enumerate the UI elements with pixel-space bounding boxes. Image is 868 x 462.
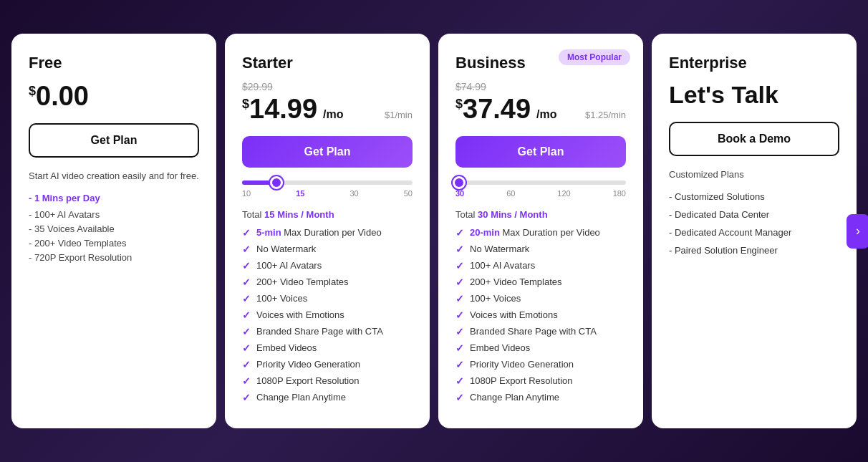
check-icon: ✓ bbox=[242, 342, 251, 354]
book-demo-button[interactable]: Book a Demo bbox=[669, 122, 839, 156]
list-item: ✓5-min Max Duration per Video bbox=[242, 227, 413, 239]
check-icon: ✓ bbox=[455, 326, 464, 337]
slider-label-active: 30 bbox=[455, 189, 464, 198]
price-row-business: $37.49 /mo $1.25/min bbox=[455, 94, 626, 125]
slider-label-active: 15 bbox=[296, 189, 304, 198]
list-item: ✓20-min Max Duration per Video bbox=[455, 227, 626, 239]
check-icon: ✓ bbox=[242, 260, 251, 271]
check-icon: ✓ bbox=[455, 359, 464, 370]
check-icon: ✓ bbox=[242, 227, 251, 239]
price-row-free: $0.00 bbox=[29, 81, 199, 112]
list-item: ✓Branded Share Page with CTA bbox=[455, 326, 626, 337]
list-item: ✓100+ Voices bbox=[242, 293, 413, 304]
starter-total-mins: Total 15 Mins / Month bbox=[242, 209, 413, 220]
business-slider-labels: 30 60 120 180 bbox=[455, 189, 626, 198]
starter-slider-thumb bbox=[270, 176, 283, 189]
list-item: ✓Voices with Emotions bbox=[242, 309, 413, 321]
list-item: ✓1080P Export Resolution bbox=[242, 375, 413, 387]
business-slider-thumb bbox=[453, 176, 466, 189]
get-plan-button-business[interactable]: Get Plan bbox=[455, 136, 626, 168]
plans-container: Free $0.00 Get Plan Start AI video creat… bbox=[7, 34, 861, 428]
get-plan-button-starter[interactable]: Get Plan bbox=[242, 136, 413, 168]
list-item: ✓Embed Videos bbox=[455, 342, 626, 354]
check-icon: ✓ bbox=[242, 244, 251, 255]
original-price-business: $74.99 bbox=[455, 81, 626, 92]
slider-label: 50 bbox=[404, 189, 413, 198]
plan-name-starter: Starter bbox=[242, 54, 413, 72]
list-item: ✓Priority Video Generation bbox=[242, 359, 413, 370]
list-item: ✓Branded Share Page with CTA bbox=[242, 326, 413, 337]
starter-slider[interactable]: 10 15 30 50 bbox=[242, 181, 413, 198]
list-item: ✓Voices with Emotions bbox=[455, 309, 626, 321]
check-icon: ✓ bbox=[455, 260, 464, 271]
check-icon: ✓ bbox=[455, 375, 464, 387]
price-main-business: $37.49 bbox=[455, 94, 531, 125]
check-icon: ✓ bbox=[455, 244, 464, 255]
slider-label: 60 bbox=[506, 189, 515, 198]
slider-label: 180 bbox=[613, 189, 626, 198]
starter-total-highlight: 15 Mins / Month bbox=[264, 209, 334, 220]
slider-label: 30 bbox=[350, 189, 359, 198]
list-item: - Dedicated Account Manager bbox=[669, 227, 839, 238]
list-item: ✓No Watermark bbox=[242, 244, 413, 255]
price-main-starter: $14.99 bbox=[242, 94, 317, 125]
list-item: - 35 Voices Available bbox=[29, 223, 199, 234]
enterprise-features-list: - Customized Solutions - Dedicated Data … bbox=[669, 191, 839, 256]
chevron-right-icon: › bbox=[856, 223, 860, 239]
feature-bold: 20-min bbox=[470, 227, 500, 238]
list-item: ✓Embed Videos bbox=[242, 342, 413, 354]
starter-slider-track bbox=[242, 181, 413, 185]
check-icon: ✓ bbox=[242, 375, 251, 387]
list-item: - Dedicated Data Center bbox=[669, 209, 839, 220]
get-plan-button-free[interactable]: Get Plan bbox=[29, 123, 199, 158]
check-icon: ✓ bbox=[455, 342, 464, 354]
list-item: ✓Change Plan Anytime bbox=[242, 392, 413, 403]
starter-features: ✓5-min Max Duration per Video ✓No Waterm… bbox=[242, 227, 413, 403]
plan-card-free: Free $0.00 Get Plan Start AI video creat… bbox=[11, 34, 216, 428]
check-icon: ✓ bbox=[242, 276, 251, 288]
list-item: ✓100+ AI Avatars bbox=[455, 260, 626, 271]
check-icon: ✓ bbox=[242, 326, 251, 337]
plan-name-enterprise: Enterprise bbox=[669, 54, 839, 72]
list-item: - 100+ AI Avatars bbox=[29, 209, 199, 220]
price-per-mo-business: /mo bbox=[536, 108, 556, 121]
price-main-free: $0.00 bbox=[29, 81, 89, 112]
plan-card-business: Most Popular Business $74.99 $37.49 /mo … bbox=[438, 34, 643, 428]
check-icon: ✓ bbox=[455, 227, 464, 239]
business-features: ✓20-min Max Duration per Video ✓No Water… bbox=[455, 227, 626, 403]
price-per-mo-starter: /mo bbox=[323, 108, 343, 121]
check-icon: ✓ bbox=[242, 309, 251, 321]
feature-bold: 5-min bbox=[256, 227, 281, 238]
list-item: - Customized Solutions bbox=[669, 191, 839, 202]
check-icon: ✓ bbox=[242, 392, 251, 403]
list-item: ✓200+ Video Templates bbox=[242, 276, 413, 288]
business-slider[interactable]: 30 60 120 180 bbox=[455, 181, 626, 198]
price-per-min-starter: $1/min bbox=[385, 110, 413, 120]
list-item: ✓100+ AI Avatars bbox=[242, 260, 413, 271]
check-icon: ✓ bbox=[455, 392, 464, 403]
list-item: ✓Change Plan Anytime bbox=[455, 392, 626, 403]
slider-label: 10 bbox=[242, 189, 251, 198]
list-item: ✓No Watermark bbox=[455, 244, 626, 255]
enterprise-subtitle: Customized Plans bbox=[669, 169, 839, 180]
price-row-starter: $14.99 /mo $1/min bbox=[242, 94, 413, 125]
free-features: - 100+ AI Avatars - 35 Voices Available … bbox=[29, 209, 199, 263]
slider-label: 120 bbox=[557, 189, 570, 198]
list-item: ✓200+ Video Templates bbox=[455, 276, 626, 288]
starter-slider-labels: 10 15 30 50 bbox=[242, 189, 413, 198]
check-icon: ✓ bbox=[455, 309, 464, 321]
business-slider-track bbox=[455, 181, 626, 185]
list-item: - 200+ Video Templates bbox=[29, 238, 199, 249]
list-item: ✓1080P Export Resolution bbox=[455, 375, 626, 387]
check-icon: ✓ bbox=[242, 359, 251, 370]
free-highlight: - 1 Mins per Day bbox=[29, 193, 199, 203]
check-icon: ✓ bbox=[455, 293, 464, 304]
business-total-highlight: 30 Mins / Month bbox=[478, 209, 548, 220]
check-icon: ✓ bbox=[242, 293, 251, 304]
plan-name-free: Free bbox=[29, 54, 199, 72]
lets-talk-text: Let's Talk bbox=[669, 81, 839, 109]
check-icon: ✓ bbox=[455, 276, 464, 288]
nav-arrow-right[interactable]: › bbox=[847, 214, 868, 249]
business-total-mins: Total 30 Mins / Month bbox=[455, 209, 626, 220]
free-description: Start AI video creation easily and for f… bbox=[29, 170, 199, 181]
